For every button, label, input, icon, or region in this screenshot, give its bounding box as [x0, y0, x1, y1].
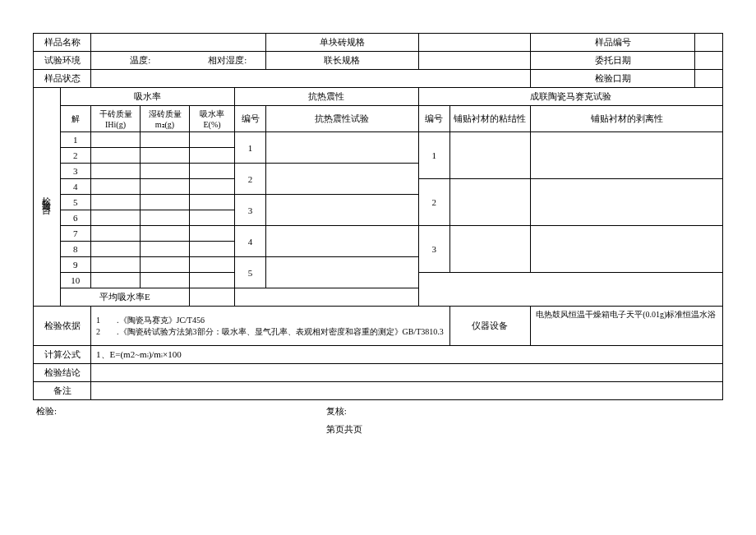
mosaic-row: 3 [418, 226, 449, 273]
cell [266, 195, 419, 226]
joint-spec-value [418, 52, 531, 70]
cell [266, 257, 419, 288]
col-dry-mass: 干砖质量 IHi(g) [91, 106, 141, 132]
col-serial2: 编号 [418, 106, 449, 132]
inspect-items-label: 检验项目 [34, 88, 61, 307]
row-num: 9 [60, 257, 90, 273]
cell [449, 226, 531, 273]
thermal-row: 2 [235, 164, 266, 195]
cell [418, 273, 722, 307]
row-num: 5 [60, 195, 90, 210]
col-adhesion: 铺贴衬材的粘结性 [449, 106, 531, 132]
cell [190, 288, 235, 307]
equipment-label: 仪器设备 [449, 307, 531, 346]
cell [141, 132, 190, 148]
cell [266, 226, 419, 257]
cell [91, 226, 141, 242]
conclusion-value [91, 364, 723, 382]
page-label: 第页共页 [323, 420, 723, 438]
cell [141, 148, 190, 164]
sample-status-label: 样品状态 [34, 70, 91, 88]
cell [91, 273, 141, 288]
cell [141, 273, 190, 288]
test-env-label: 试验环境 [34, 52, 91, 70]
cell [91, 257, 141, 273]
cell [190, 164, 235, 179]
sign-inspect: 检验: [33, 402, 323, 420]
thermal-row: 5 [235, 257, 266, 288]
cell [190, 179, 235, 195]
joint-spec-label: 联长规格 [266, 52, 419, 70]
entrust-date-value [694, 52, 722, 70]
cell [235, 288, 419, 307]
cell [91, 164, 141, 179]
cell [531, 132, 723, 179]
inspect-date-value [694, 70, 722, 88]
single-tile-spec-label: 单块砖规格 [266, 34, 419, 52]
humidity-label: 相对湿度: [190, 52, 266, 70]
cell [190, 242, 235, 257]
row-num: 2 [60, 148, 90, 164]
cell [91, 242, 141, 257]
col-serial: 编号 [235, 106, 266, 132]
sign-review: 复核: [323, 402, 723, 420]
sample-no-value [694, 34, 722, 52]
mosaic-test-header: 成联陶瓷马赛克试验 [418, 88, 722, 106]
cell [449, 179, 531, 226]
cell [190, 226, 235, 242]
cell [91, 195, 141, 210]
formula-label: 计算公式 [34, 346, 91, 364]
col-peel: 铺贴衬材的剥离性 [531, 106, 723, 132]
row-num: 7 [60, 226, 90, 242]
cell [190, 257, 235, 273]
col-num: 解 [60, 106, 90, 132]
row-num: 6 [60, 210, 90, 226]
sample-status-value [91, 70, 531, 88]
cell [531, 179, 723, 226]
sample-no-label: 样品编号 [531, 34, 695, 52]
cell [91, 148, 141, 164]
thermal-shock-header: 抗热震性 [235, 88, 419, 106]
entrust-date-label: 委托日期 [531, 52, 695, 70]
basis-text: 1 .《陶瓷马赛克》JC/T456 2 .《陶瓷砖试验方法第3部分：吸水率、显气… [91, 307, 450, 346]
conclusion-label: 检验结论 [34, 364, 91, 382]
cell [141, 195, 190, 210]
cell [91, 210, 141, 226]
cell [141, 242, 190, 257]
remark-value [91, 382, 723, 400]
remark-label: 备注 [34, 382, 91, 400]
equipment-text: 电热鼓风恒温干燥箱电子天平(0.01g)标准恒温水浴 [531, 307, 723, 346]
thermal-row: 1 [235, 132, 266, 164]
thermal-row: 4 [235, 226, 266, 257]
row-num: 1 [60, 132, 90, 148]
formula-text: 1、E=(m2~mᵢ)/mᵢ×100 [91, 346, 723, 364]
basis-label: 检验依据 [34, 307, 91, 346]
mosaic-row: 1 [418, 132, 449, 179]
sample-name-value [91, 34, 266, 52]
cell [141, 257, 190, 273]
cell [91, 179, 141, 195]
thermal-row: 3 [235, 195, 266, 226]
cell [190, 210, 235, 226]
temperature-label: 温度: [91, 52, 190, 70]
single-tile-spec-value [418, 34, 531, 52]
col-absorption: 吸水率 E(%) [190, 106, 235, 132]
cell [449, 132, 531, 179]
sample-name-label: 样品名称 [34, 34, 91, 52]
cell [141, 210, 190, 226]
cell [141, 179, 190, 195]
cell [91, 132, 141, 148]
cell [266, 164, 419, 195]
cell [531, 226, 723, 273]
row-num: 4 [60, 179, 90, 195]
cell [141, 164, 190, 179]
mosaic-row: 2 [418, 179, 449, 226]
avg-absorption-label: 平均吸水率E [60, 288, 189, 307]
col-thermal-test: 抗热震性试验 [266, 106, 419, 132]
row-num: 10 [60, 273, 90, 288]
cell [190, 195, 235, 210]
water-absorption-header: 吸水率 [60, 88, 234, 106]
cell [141, 226, 190, 242]
cell [190, 132, 235, 148]
inspect-date-label: 检验口期 [531, 70, 695, 88]
